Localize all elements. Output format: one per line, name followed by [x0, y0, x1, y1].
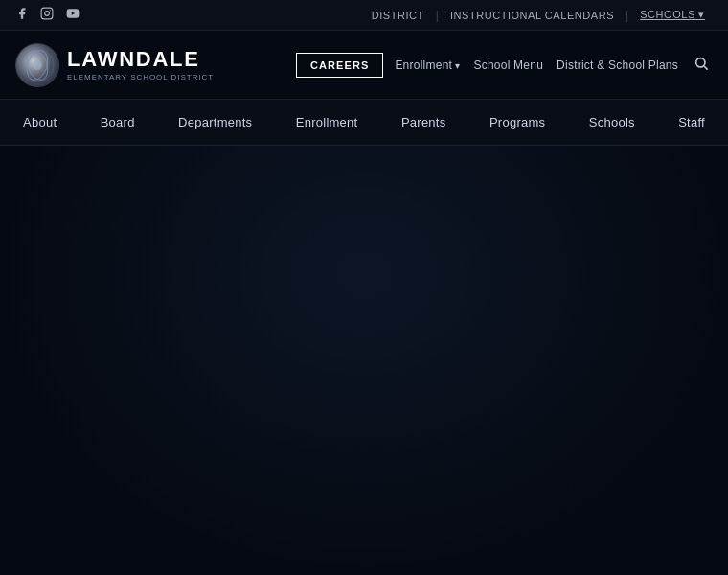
header-right: CAREERS Enrollment School Menu District …	[296, 52, 713, 79]
nav-staff[interactable]: Staff	[672, 102, 711, 143]
nav-board[interactable]: Board	[95, 102, 141, 143]
svg-line-9	[704, 66, 708, 70]
separator-1: |	[436, 9, 439, 22]
facebook-icon[interactable]	[15, 7, 29, 23]
svg-point-8	[696, 58, 705, 66]
nav-parents[interactable]: Parents	[396, 102, 452, 143]
instructional-calendars-link[interactable]: INSTRUCTIONAL CALENDARS	[443, 10, 622, 21]
logo-subtitle: ELEMENTARY SCHOOL DISTRICT	[67, 73, 214, 81]
logo-name: LAWNDALE	[67, 49, 214, 70]
district-link[interactable]: DISTRICT	[364, 10, 432, 21]
header-nav-links: Enrollment School Menu District & School…	[395, 58, 678, 72]
logo-image	[15, 43, 59, 87]
instagram-icon[interactable]	[40, 7, 54, 23]
nav-programs[interactable]: Programs	[484, 102, 551, 143]
svg-point-2	[50, 10, 51, 11]
nav-departments[interactable]: Departments	[172, 102, 258, 143]
separator-2: |	[626, 9, 628, 22]
enrollment-link[interactable]: Enrollment	[395, 58, 460, 72]
logo-text: LAWNDALE ELEMENTARY SCHOOL DISTRICT	[67, 49, 214, 81]
utility-bar: DISTRICT | INSTRUCTIONAL CALENDARS | SCH…	[0, 0, 728, 31]
careers-button[interactable]: CAREERS	[296, 53, 384, 78]
district-school-plans-link[interactable]: District & School Plans	[557, 58, 678, 72]
schools-dropdown-link[interactable]: SCHOOLS ▾	[632, 9, 713, 21]
nav-schools[interactable]: Schools	[583, 102, 641, 143]
main-content	[0, 146, 728, 575]
social-icons	[15, 7, 80, 23]
nav-about[interactable]: About	[17, 102, 62, 143]
main-nav: About Board Departments Enrollment Paren…	[0, 100, 728, 146]
svg-point-7	[33, 60, 42, 70]
svg-point-1	[45, 12, 50, 16]
header: LAWNDALE ELEMENTARY SCHOOL DISTRICT CARE…	[0, 31, 728, 100]
school-menu-link[interactable]: School Menu	[473, 58, 543, 72]
youtube-icon[interactable]	[65, 7, 80, 23]
utility-links: DISTRICT | INSTRUCTIONAL CALENDARS | SCH…	[364, 9, 713, 22]
logo[interactable]: LAWNDALE ELEMENTARY SCHOOL DISTRICT	[15, 43, 214, 87]
nav-enrollment[interactable]: Enrollment	[290, 102, 364, 143]
svg-rect-0	[41, 8, 53, 19]
search-button[interactable]	[690, 52, 713, 79]
